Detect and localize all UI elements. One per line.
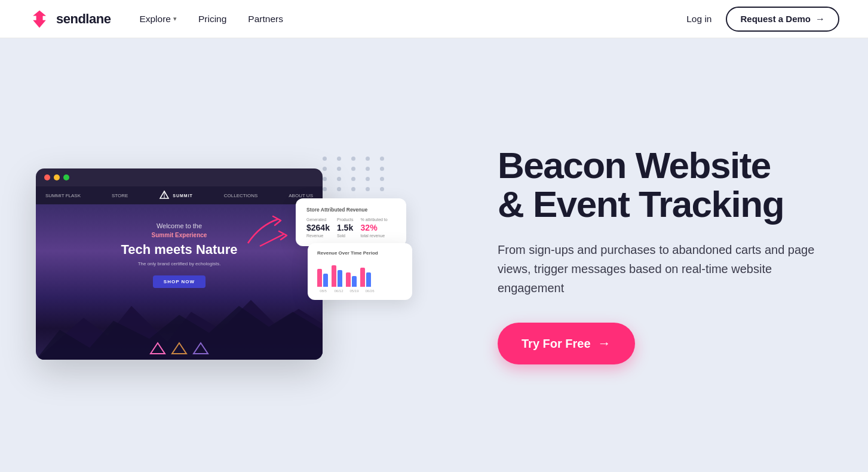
bar-blue-1 — [323, 274, 328, 287]
revenue-stats: Generated $264k Revenue Products 1.5k So… — [306, 217, 395, 238]
bar-blue-2 — [338, 270, 342, 287]
hero-mockup-area: SUMMIT FLASK STORE SUMMIT COLLECTIONS AB… — [36, 151, 394, 360]
stat-attributed: % attributed to 32% total revenue — [361, 217, 388, 238]
chart-label-1: 08/5 — [317, 289, 329, 293]
try-btn-label: Try For Free — [522, 337, 591, 351]
stat-generated-value: $264k — [306, 223, 330, 232]
stat-products-value: 1.5k — [337, 223, 354, 232]
mockup-subtitle: The only brand certified by echologists. — [48, 261, 311, 266]
chart-bars — [317, 260, 403, 287]
try-for-free-button[interactable]: Try For Free → — [498, 323, 635, 364]
nav-links: Explore ▾ Pricing Partners — [139, 14, 283, 24]
mockup-nav: SUMMIT FLASK STORE SUMMIT COLLECTIONS AB… — [36, 186, 323, 204]
bar-group-4 — [360, 268, 371, 287]
nav-partners[interactable]: Partners — [248, 14, 283, 24]
navbar: sendlane Explore ▾ Pricing Partners Log … — [0, 0, 868, 38]
stat-generated-sub: Revenue — [306, 234, 330, 238]
stat-attributed-label: % attributed to — [361, 217, 388, 222]
chart-card-title: Revenue Over Time Period — [317, 250, 403, 256]
dot-grid-decoration — [323, 157, 388, 191]
chart-x-labels: 08/5 06/12 05/19 06/26 — [317, 289, 403, 293]
sendlane-logo-icon — [29, 8, 50, 30]
hero-title-line1: Beacon Website — [498, 145, 771, 186]
mockup-nav-item: COLLECTIONS — [224, 193, 257, 198]
chart-card: Revenue Over Time Period — [308, 243, 412, 300]
bar-pink-1 — [317, 269, 322, 287]
logo-text: sendlane — [56, 11, 111, 27]
browser-mockup: SUMMIT FLASK STORE SUMMIT COLLECTIONS AB… — [36, 168, 323, 360]
logo[interactable]: sendlane — [29, 8, 111, 30]
hero-title-line2: & Event Tracking — [498, 183, 784, 225]
bar-group-3 — [346, 272, 357, 287]
mockup-nav-item: SUMMIT FLASK — [45, 193, 81, 198]
chart-label-4: 06/26 — [364, 289, 376, 293]
nav-explore[interactable]: Explore ▾ — [139, 14, 177, 24]
chart-label-2: 06/12 — [333, 289, 345, 293]
hero-text: Beacon Website & Event Tracking From sig… — [474, 146, 820, 364]
revenue-card: Store Attributed Revenue Generated $264k… — [296, 198, 406, 246]
try-btn-arrow-icon: → — [598, 336, 611, 351]
stat-products-label: Products — [337, 217, 354, 222]
svg-marker-6 — [194, 343, 208, 354]
navbar-right: Log in Request a Demo → — [686, 7, 839, 32]
revenue-card-title: Store Attributed Revenue — [306, 207, 395, 213]
stat-attributed-value: 32% — [361, 223, 388, 232]
hero-title: Beacon Website & Event Tracking — [498, 146, 820, 223]
demo-label: Request a Demo — [740, 14, 811, 24]
bar-pink-2 — [332, 265, 336, 287]
request-demo-button[interactable]: Request a Demo → — [726, 7, 839, 32]
navbar-left: sendlane Explore ▾ Pricing Partners — [29, 8, 283, 30]
stat-products: Products 1.5k Sold — [337, 217, 354, 238]
svg-marker-5 — [172, 343, 186, 354]
bar-blue-3 — [352, 276, 357, 287]
bar-group-1 — [317, 269, 328, 287]
browser-bar — [36, 168, 323, 186]
svg-marker-4 — [151, 343, 165, 354]
mockup-nav-item: STORE — [112, 193, 128, 198]
bar-group-2 — [332, 265, 342, 287]
mockup-logo: SUMMIT — [159, 190, 193, 201]
stat-attributed-sub: total revenue — [361, 234, 388, 238]
stat-generated: Generated $264k Revenue — [306, 217, 330, 238]
chart-label-3: 05/19 — [348, 289, 360, 293]
bar-blue-4 — [366, 272, 371, 287]
stat-products-sub: Sold — [337, 234, 354, 238]
bar-pink-3 — [346, 272, 351, 287]
login-link[interactable]: Log in — [686, 14, 711, 24]
nav-pricing[interactable]: Pricing — [198, 14, 226, 24]
demo-arrow-icon: → — [815, 14, 825, 24]
arrow-decoration — [242, 213, 296, 249]
hero-description: From sign-ups and purchases to abandoned… — [498, 240, 820, 298]
chevron-down-icon: ▾ — [173, 15, 177, 23]
mockup-nav-item: ABOUT US — [289, 193, 313, 198]
hero-section: SUMMIT FLASK STORE SUMMIT COLLECTIONS AB… — [0, 38, 868, 472]
bar-pink-4 — [360, 268, 365, 287]
stat-generated-label: Generated — [306, 217, 330, 222]
